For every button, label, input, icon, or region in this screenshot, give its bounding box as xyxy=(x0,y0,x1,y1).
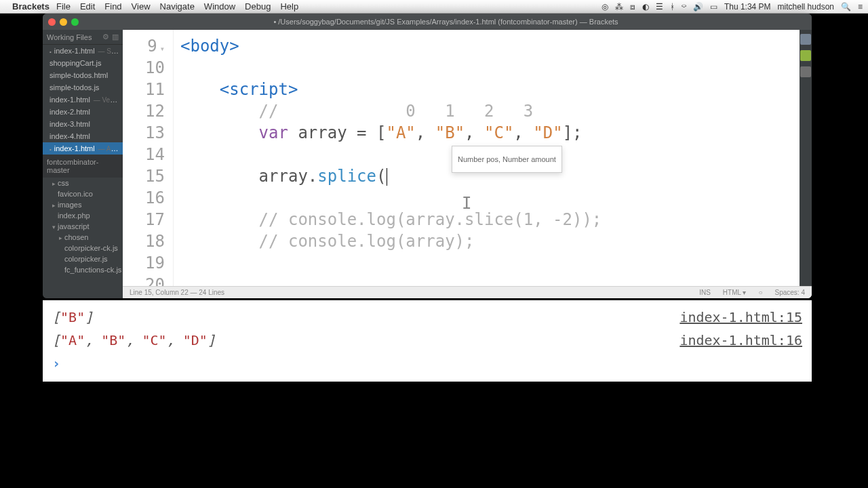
tree-item[interactable]: ▸images xyxy=(43,199,123,210)
code-line[interactable]: <script> xyxy=(180,79,812,100)
bluetooth-icon[interactable]: ᚼ xyxy=(670,2,675,12)
spotlight-icon[interactable]: 🔍 xyxy=(841,2,851,12)
insert-mode[interactable]: INS xyxy=(699,289,711,296)
line-number: 17 xyxy=(123,209,165,230)
text-caret xyxy=(387,168,387,186)
traffic-lights xyxy=(48,18,79,26)
dropbox-icon[interactable]: ⧈ xyxy=(630,2,635,12)
line-number: 19 xyxy=(123,252,165,274)
menu-view[interactable]: View xyxy=(132,1,151,12)
status-icon[interactable]: ◐ xyxy=(642,2,649,12)
menu-window[interactable]: Window xyxy=(204,1,235,12)
user-name[interactable]: mitchell hudson xyxy=(778,2,834,12)
code-line[interactable] xyxy=(180,274,812,286)
macos-menubar: Brackets File Edit Find View Navigate Wi… xyxy=(0,0,868,14)
working-file-item[interactable]: simple-todos.js xyxy=(43,81,123,94)
line-number: 20 xyxy=(123,274,165,286)
text-cursor-icon: I xyxy=(462,192,471,214)
extension-icon[interactable] xyxy=(800,66,811,77)
indent-setting[interactable]: Spaces: 4 xyxy=(775,289,805,296)
menu-help[interactable]: Help xyxy=(280,1,298,12)
status-icon[interactable]: ☰ xyxy=(656,2,663,12)
code-line[interactable]: <body> xyxy=(180,35,812,57)
menubar-right: ◎ ⁂ ⧈ ◐ ☰ ᚼ ⌔ 🔊 ▭ Thu 1:34 PM mitchell h… xyxy=(601,2,863,12)
code-line[interactable] xyxy=(180,57,812,79)
extension-icon[interactable] xyxy=(800,50,811,61)
project-root[interactable]: fontcombinator-master xyxy=(43,155,123,178)
volume-icon[interactable]: 🔊 xyxy=(693,2,703,12)
battery-icon[interactable]: ▭ xyxy=(710,2,717,12)
line-number: 13 xyxy=(123,122,165,144)
tree-item[interactable]: ▸chosen xyxy=(43,232,123,243)
working-file-item[interactable]: index-3.html xyxy=(43,118,123,130)
lint-status-icon[interactable]: ○ xyxy=(758,289,762,296)
tree-item[interactable]: index.php xyxy=(43,210,123,221)
code-line[interactable]: var array = ["A", "B", "C", "D"]; xyxy=(180,122,812,144)
line-number: 18 xyxy=(123,230,165,252)
working-files-list: index-1.html — ShoppshoppingCart.jssimpl… xyxy=(43,45,123,155)
console-prompt-icon[interactable]: › xyxy=(52,355,60,371)
working-file-item[interactable]: shoppingCart.js xyxy=(43,57,123,69)
window-titlebar: • /Users/soggybag/Documents/git/JS Examp… xyxy=(43,14,812,30)
menu-find[interactable]: Find xyxy=(104,1,121,12)
close-button[interactable] xyxy=(48,18,56,26)
line-number: 15 xyxy=(123,165,165,187)
line-number: 10 xyxy=(123,57,165,79)
parameter-hint-tooltip: Number pos, Number amount xyxy=(452,146,562,173)
sidebar: Working Files ⚙▥ index-1.html — Shoppsho… xyxy=(43,30,123,298)
line-number: 16 xyxy=(123,187,165,209)
console-source-link[interactable]: index-1.html:15 xyxy=(679,309,802,325)
tree-item[interactable]: ▾javascript xyxy=(43,221,123,232)
menu-edit[interactable]: Edit xyxy=(80,1,95,12)
working-files-label: Working Files xyxy=(47,33,92,41)
tree-item[interactable]: ▸css xyxy=(43,178,123,188)
code-lines[interactable]: <body> <script> // 0 1 2 3 var array = [… xyxy=(174,30,812,286)
tree-item[interactable]: colorpicker.js xyxy=(43,253,123,264)
minimize-button[interactable] xyxy=(60,18,67,26)
working-file-item[interactable]: index-4.html xyxy=(43,130,123,142)
status-icon[interactable]: ⁂ xyxy=(615,2,623,12)
tree-item[interactable]: favicon.ico xyxy=(43,188,123,199)
menu-navigate[interactable]: Navigate xyxy=(160,1,195,12)
wifi-icon[interactable]: ⌔ xyxy=(682,2,686,12)
line-number: 9 xyxy=(123,35,165,57)
menu-debug[interactable]: Debug xyxy=(245,1,271,12)
status-icon[interactable]: ◎ xyxy=(601,2,608,12)
zoom-button[interactable] xyxy=(71,18,79,26)
gear-icon[interactable]: ⚙ xyxy=(102,33,109,41)
app-name[interactable]: Brackets xyxy=(12,1,50,12)
brackets-window: • /Users/soggybag/Documents/git/JS Examp… xyxy=(43,14,812,298)
extension-rail xyxy=(800,30,812,286)
notifications-icon[interactable]: ≡ xyxy=(858,2,863,12)
language-mode[interactable]: HTML ▾ xyxy=(723,289,747,296)
code-line[interactable] xyxy=(180,252,812,274)
console-source-link[interactable]: index-1.html:16 xyxy=(679,332,802,348)
line-number: 11 xyxy=(123,79,165,100)
live-preview-icon[interactable] xyxy=(800,34,811,45)
split-icon[interactable]: ▥ xyxy=(112,33,119,41)
console-output-row: ["A", "B", "C", "D"]index-1.html:16 xyxy=(52,329,802,352)
working-files-header[interactable]: Working Files ⚙▥ xyxy=(43,30,123,45)
code-area[interactable]: 91011121314151617181920 <body> <script> … xyxy=(123,30,812,286)
working-file-item[interactable]: index-2.html xyxy=(43,106,123,118)
working-file-item[interactable]: simple-todos.html xyxy=(43,69,123,81)
line-number: 14 xyxy=(123,144,165,165)
code-line[interactable] xyxy=(180,187,812,209)
cursor-position[interactable]: Line 15, Column 22 — 24 Lines xyxy=(130,289,224,296)
working-file-item[interactable]: index-1.html — Shopp xyxy=(43,45,123,57)
tree-item[interactable]: colorpicker-ck.js xyxy=(43,243,123,253)
menu-file[interactable]: File xyxy=(56,1,71,12)
editor-pane: 91011121314151617181920 <body> <script> … xyxy=(123,30,812,298)
working-file-item[interactable]: index-1.html — Arrays xyxy=(43,142,123,155)
tree-item[interactable]: fc_functions-ck.js xyxy=(43,264,123,275)
code-line[interactable]: // 0 1 2 3 xyxy=(180,100,812,122)
working-file-item[interactable]: index-1.html — Veloci xyxy=(43,94,123,106)
code-line[interactable]: // console.log(array.slice(1, -2)); xyxy=(180,209,812,230)
code-line[interactable]: // console.log(array); xyxy=(180,230,812,252)
devtools-console[interactable]: ["B"]index-1.html:15["A", "B", "C", "D"]… xyxy=(43,300,812,382)
status-bar: Line 15, Column 22 — 24 Lines INS HTML ▾… xyxy=(123,286,812,298)
window-title: • /Users/soggybag/Documents/git/JS Examp… xyxy=(85,18,806,26)
letterbox-bottom xyxy=(0,382,868,488)
console-output-row: ["B"]index-1.html:15 xyxy=(52,306,802,329)
clock[interactable]: Thu 1:34 PM xyxy=(724,2,771,12)
